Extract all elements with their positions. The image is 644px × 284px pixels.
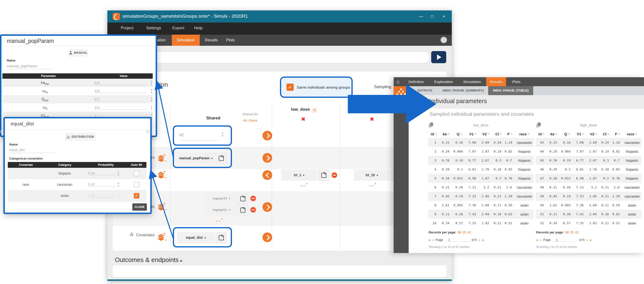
remove-output-1-icon[interactable]: [250, 196, 256, 201]
feedback-bubble-icon[interactable]: [441, 37, 447, 43]
more-outputs[interactable]: ...▼: [216, 217, 224, 223]
add-covariate-icon[interactable]: +▼: [157, 233, 166, 242]
column-header-race[interactable]: race⇅: [623, 132, 641, 136]
prev-page-icon[interactable]: ‹: [540, 238, 541, 242]
param-value-input[interactable]: 0.4: [95, 81, 146, 85]
subtab-indiv-param-summary[interactable]: INDIV. PARAM. [SUMMARY]: [438, 86, 489, 95]
column-header-V2[interactable]: V2⇅: [587, 132, 600, 136]
task-input-bar[interactable]: [118, 51, 430, 63]
column-header-Cl[interactable]: Cl⇅: [492, 132, 505, 136]
minimize-button[interactable]: —: [416, 13, 426, 20]
menu-help[interactable]: Help: [194, 26, 203, 30]
edit-group-icon[interactable]: ✎: [380, 107, 386, 113]
run-simulation-button[interactable]: [431, 51, 446, 63]
auto-fill-checkbox[interactable]: [134, 171, 139, 176]
subtab-outputs[interactable]: OUTPUTS: [412, 86, 437, 95]
first-page-icon[interactable]: «: [536, 238, 538, 242]
shared-ids-all-link[interactable]: All: [243, 119, 246, 122]
records-option-10[interactable]: 10: [458, 231, 461, 234]
individual-parameters-sidebar-item[interactable]: [394, 86, 409, 97]
auto-fill-checkbox[interactable]: [134, 182, 139, 187]
next-page-icon[interactable]: ›: [479, 238, 480, 242]
panel-tab-exploration[interactable]: Exploration: [430, 77, 457, 86]
tab-plots[interactable]: Plots: [221, 35, 240, 46]
param-value-input[interactable]: 0.2: [95, 97, 146, 101]
menu-export[interactable]: Export: [172, 26, 184, 30]
apply-shared-parameters-button[interactable]: [262, 153, 272, 163]
column-header-race[interactable]: race⇅: [515, 132, 534, 136]
edit-parameters-button[interactable]: [216, 153, 227, 164]
menu-settings[interactable]: Settings: [146, 26, 161, 30]
last-page-icon[interactable]: »: [590, 238, 592, 242]
probability-stepper[interactable]: ▲▼: [117, 171, 120, 176]
remove-treatment-low-icon[interactable]: [332, 172, 337, 178]
output-1-dropdown[interactable]: regularY1▼: [207, 193, 237, 204]
panel-tab-plots[interactable]: Plots: [508, 77, 524, 86]
page-input[interactable]: 1: [552, 238, 577, 242]
outcomes-heading[interactable]: Outcomes & endpoints ▸: [115, 256, 182, 264]
treatment-high-dropdown[interactable]: trt_10▼: [354, 170, 390, 181]
page-input[interactable]: 1: [445, 238, 470, 242]
column-header-Cl[interactable]: Cl⇅: [600, 132, 612, 136]
tab-results[interactable]: Results: [200, 35, 222, 46]
tab-simulation[interactable]: Simulation: [172, 35, 200, 46]
first-page-icon[interactable]: «: [428, 238, 430, 242]
size-stepper[interactable]: ▲▼: [222, 132, 224, 137]
distribution-mode-button[interactable]: DISTRIBUTION: [65, 133, 96, 141]
menu-project[interactable]: Project: [121, 26, 134, 30]
shared-ids-none-link[interactable]: None: [250, 119, 257, 122]
probability-input[interactable]: 0.33: [88, 171, 115, 175]
close-dialog-button[interactable]: CLOSE: [132, 203, 147, 211]
value-stepper[interactable]: ▲▼: [150, 80, 153, 85]
value-stepper[interactable]: ▲▼: [150, 97, 153, 102]
probability-input[interactable]: 0.33: [88, 183, 115, 186]
edit-output-2-button[interactable]: [238, 205, 248, 216]
column-header-id[interactable]: id⇅: [428, 132, 440, 136]
column-header-id[interactable]: id⇅: [536, 132, 547, 136]
name-input[interactable]: equal_dist: [9, 148, 55, 153]
records-option-25[interactable]: 25: [570, 231, 574, 234]
edit-treatment-low-button[interactable]: [318, 170, 330, 181]
add-treatment-icon[interactable]: +▼: [157, 171, 166, 180]
param-value-input[interactable]: 0.6: [95, 89, 146, 93]
manual-mode-button[interactable]: MANUAL: [68, 49, 88, 57]
add-parameters-icon[interactable]: +▼: [157, 154, 166, 163]
column-header-Q[interactable]: Q⇅: [453, 132, 466, 136]
parameters-dropdown[interactable]: manual_popParam▼: [177, 153, 215, 163]
group-size-input[interactable]: 42: [179, 133, 184, 137]
remove-output-2-icon[interactable]: [250, 207, 256, 213]
apply-shared-size-button[interactable]: [262, 131, 272, 140]
title-bar[interactable]: simulationGroups_sameIdsInGroups.smlx* -…: [107, 10, 452, 22]
edit-covariates-button[interactable]: [216, 232, 227, 243]
column-header-F[interactable]: F⇅: [612, 132, 623, 136]
auto-fill-checkbox[interactable]: ✓: [134, 193, 139, 199]
subtab-indiv-param-table[interactable]: INDIV. PARAM. [TABLE]: [488, 86, 533, 95]
edit-output-1-button[interactable]: [238, 193, 248, 204]
records-option-42[interactable]: 42: [468, 231, 471, 234]
panel-tab-definition[interactable]: Definition: [405, 77, 428, 86]
maximize-button[interactable]: □: [426, 13, 438, 20]
records-option-10[interactable]: 10: [565, 231, 568, 234]
column-header-ka[interactable]: ka⇅: [547, 132, 560, 136]
param-value-input[interactable]: 0.6: [95, 106, 146, 110]
same-individuals-checkbox[interactable]: ✓: [286, 83, 294, 91]
panel-tab-simulation[interactable]: Simulation: [460, 77, 484, 86]
more-treatments-low[interactable]: ...▼: [300, 182, 308, 187]
last-page-icon[interactable]: »: [482, 238, 484, 242]
remove-group-low-icon[interactable]: ✖: [301, 116, 306, 122]
value-stepper[interactable]: ▲▼: [150, 89, 153, 93]
more-treatments-high[interactable]: ...▼: [369, 182, 377, 187]
column-header-V2[interactable]: V2⇅: [480, 132, 492, 136]
name-input[interactable]: manual_popParam: [7, 64, 53, 69]
panel-tab-results[interactable]: Results: [486, 77, 506, 86]
column-header-Q[interactable]: Q⇅: [560, 132, 574, 136]
output-2-dropdown[interactable]: regularCc▼: [207, 205, 237, 215]
probability-stepper[interactable]: ▲▼: [117, 182, 120, 187]
remove-group-high-icon[interactable]: ✖: [370, 116, 374, 122]
records-option-25[interactable]: 25: [463, 231, 466, 234]
value-stepper[interactable]: ▲▼: [150, 105, 153, 110]
column-header-V1[interactable]: V1⇅: [466, 132, 480, 136]
next-page-icon[interactable]: ›: [586, 238, 588, 242]
column-header-ka[interactable]: ka⇅: [440, 132, 453, 136]
close-button[interactable]: ×: [438, 13, 449, 20]
